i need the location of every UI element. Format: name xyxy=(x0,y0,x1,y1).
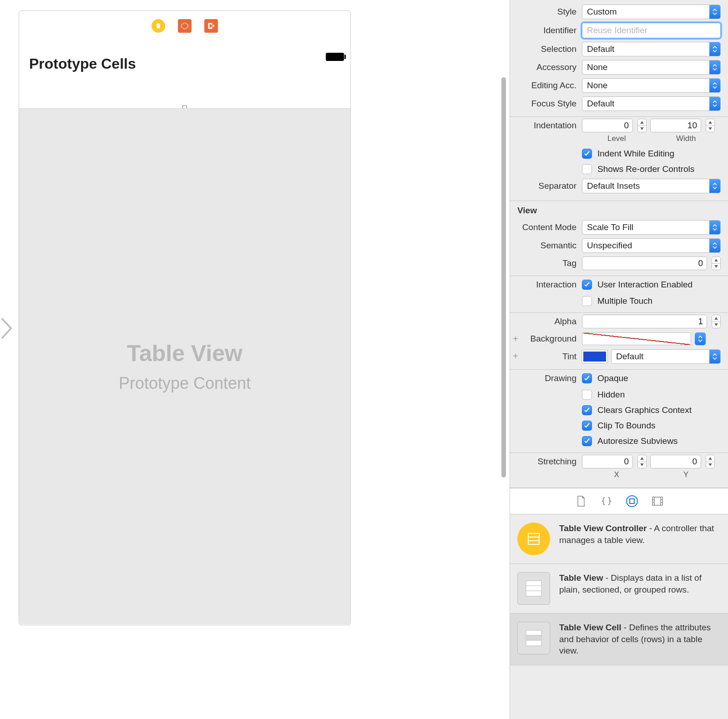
first-responder-icon[interactable] xyxy=(178,19,192,33)
table-view-icon xyxy=(517,572,550,605)
hidden-label: Hidden xyxy=(597,390,625,400)
segue-arrow-icon xyxy=(1,317,13,342)
tint-label: Tint xyxy=(510,352,582,362)
add-background-icon[interactable]: + xyxy=(513,334,518,344)
background-menu-button[interactable] xyxy=(695,332,706,345)
indent-width-stepper[interactable] xyxy=(706,119,715,132)
editing-acc-dropdown[interactable]: None xyxy=(582,78,721,93)
clears-context-label: Clears Graphics Context xyxy=(597,405,692,415)
library-list: Table View Controller - A controller tha… xyxy=(510,514,728,665)
content-mode-label: Content Mode xyxy=(510,222,582,232)
stretch-y-stepper[interactable] xyxy=(706,455,715,468)
selection-label: Selection xyxy=(510,44,582,54)
section-view: View Content Mode Scale To Fill Semantic… xyxy=(510,201,728,488)
clip-to-bounds-checkbox[interactable] xyxy=(582,421,592,431)
canvas: Prototype Cells Table View Prototype Con… xyxy=(0,0,510,719)
alpha-stepper[interactable] xyxy=(712,315,721,328)
table-view-subtitle: Prototype Content xyxy=(119,374,251,393)
opaque-label: Opaque xyxy=(597,373,628,383)
stretch-x-sublabel: X xyxy=(582,470,652,479)
background-label: Background xyxy=(510,334,582,344)
add-tint-icon[interactable]: + xyxy=(513,351,518,362)
stretch-y-sublabel: Y xyxy=(652,470,721,479)
focus-style-dropdown[interactable]: Default xyxy=(582,96,721,111)
svg-marker-1 xyxy=(182,23,188,29)
view-section-title: View xyxy=(510,201,728,218)
library-item-tvcell[interactable]: Table View Cell - Defines the attributes… xyxy=(510,613,728,665)
library-tab-media-icon[interactable] xyxy=(651,495,664,508)
multiple-touch-label: Multiple Touch xyxy=(597,296,652,306)
table-view-cell-icon xyxy=(517,622,550,654)
table-view-title: Table View xyxy=(127,340,243,367)
tint-dropdown[interactable]: Default xyxy=(611,349,721,364)
tag-field[interactable]: 0 xyxy=(582,256,707,270)
scroll-indicator[interactable] xyxy=(501,77,506,478)
autoresize-label: Autoresize Subviews xyxy=(597,436,677,446)
focus-style-label: Focus Style xyxy=(510,99,582,109)
indentation-label: Indentation xyxy=(510,121,582,131)
accessory-dropdown[interactable]: None xyxy=(582,60,721,75)
reorder-controls-label: Shows Re-order Controls xyxy=(597,164,694,174)
opaque-checkbox[interactable] xyxy=(582,373,592,383)
indent-level-stepper[interactable] xyxy=(637,119,647,132)
style-dropdown[interactable]: Custom xyxy=(582,5,721,19)
library-item-text: Table View Controller - A controller tha… xyxy=(559,523,721,555)
library-tab-file-icon[interactable] xyxy=(575,495,587,508)
indent-width-sublabel: Width xyxy=(652,134,721,143)
clears-context-checkbox[interactable] xyxy=(582,405,592,415)
accessory-label: Accessory xyxy=(510,62,582,72)
multiple-touch-checkbox[interactable] xyxy=(582,296,592,306)
library-tab-code-icon[interactable] xyxy=(600,495,613,508)
svg-rect-2 xyxy=(630,499,634,503)
library-item-tvc[interactable]: Table View Controller - A controller tha… xyxy=(510,514,728,564)
svg-rect-0 xyxy=(157,24,160,28)
separator-label: Separator xyxy=(510,181,582,191)
scene-toolbar xyxy=(152,19,218,33)
tag-stepper[interactable] xyxy=(712,256,721,270)
svg-rect-17 xyxy=(526,635,541,640)
stretch-y-field[interactable]: 0 xyxy=(650,455,701,468)
library-item-text: Table View Cell - Defines the attributes… xyxy=(559,622,721,657)
content-mode-dropdown[interactable]: Scale To Fill xyxy=(582,220,721,235)
autoresize-checkbox[interactable] xyxy=(582,436,592,446)
interaction-label: Interaction xyxy=(510,280,582,290)
semantic-dropdown[interactable]: Unspecified xyxy=(582,238,721,253)
device-frame[interactable]: Prototype Cells Table View Prototype Con… xyxy=(19,10,351,625)
inspector-panel: Style Custom Identifier Reuse Identifier… xyxy=(510,0,728,719)
indent-level-field[interactable]: 0 xyxy=(582,119,633,132)
battery-icon xyxy=(326,53,344,61)
svg-rect-13 xyxy=(526,581,541,596)
tag-label: Tag xyxy=(510,258,582,268)
tint-color-well[interactable] xyxy=(582,350,607,363)
identifier-field[interactable]: Reuse Identifier xyxy=(582,23,721,38)
section-cell: Style Custom Identifier Reuse Identifier… xyxy=(510,0,728,201)
alpha-field[interactable]: 1 xyxy=(582,315,707,328)
svg-rect-10 xyxy=(528,533,539,544)
background-color-well[interactable] xyxy=(582,332,691,345)
selection-dropdown[interactable]: Default xyxy=(582,42,721,56)
table-view-controller-icon xyxy=(517,523,550,555)
scene-icon[interactable] xyxy=(152,19,165,33)
library-item-text: Table View - Displays data in a list of … xyxy=(559,572,721,605)
reorder-controls-checkbox[interactable] xyxy=(582,164,592,174)
stretch-x-field[interactable]: 0 xyxy=(582,455,633,468)
indent-while-editing-checkbox[interactable] xyxy=(582,149,592,159)
library-tabs xyxy=(510,488,728,514)
library-tab-objects-icon[interactable] xyxy=(626,495,638,508)
identifier-label: Identifier xyxy=(510,25,582,35)
indent-width-field[interactable]: 10 xyxy=(650,119,701,132)
stretch-x-stepper[interactable] xyxy=(637,455,647,468)
indent-while-editing-label: Indent While Editing xyxy=(597,149,674,159)
exit-icon[interactable] xyxy=(204,19,218,33)
chevrons-icon xyxy=(709,5,720,19)
editing-acc-label: Editing Acc. xyxy=(510,80,582,91)
drawing-label: Drawing xyxy=(510,373,582,383)
user-interaction-checkbox[interactable] xyxy=(582,280,592,290)
style-label: Style xyxy=(510,7,582,17)
library-item-tv[interactable]: Table View - Displays data in a list of … xyxy=(510,564,728,613)
separator-dropdown[interactable]: Default Insets xyxy=(582,179,721,193)
table-view-placeholder[interactable]: Table View Prototype Content xyxy=(19,108,350,624)
prototype-cells-heading: Prototype Cells xyxy=(29,55,136,72)
hidden-checkbox[interactable] xyxy=(582,390,592,400)
clip-to-bounds-label: Clip To Bounds xyxy=(597,421,655,431)
